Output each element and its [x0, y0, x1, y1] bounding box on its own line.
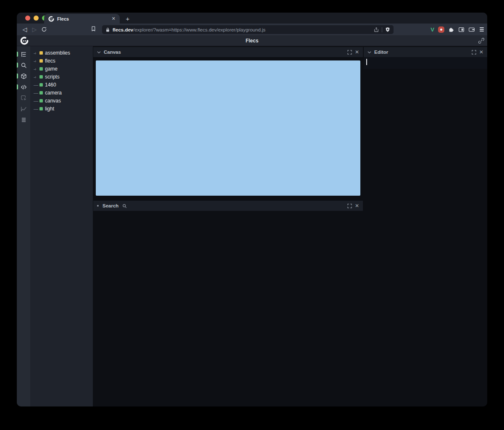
- red-extension-icon[interactable]: [438, 26, 444, 33]
- sidebar-item[interactable]: [17, 114, 30, 125]
- close-panel-icon[interactable]: ✕: [479, 50, 483, 55]
- sidebar-item[interactable]: [17, 92, 30, 103]
- bookmark-icon[interactable]: [90, 26, 98, 33]
- extensions-puzzle-icon[interactable]: [448, 26, 454, 33]
- tree-item-flecs[interactable]: -› flecs: [30, 57, 93, 65]
- browser-menu-icon[interactable]: [479, 27, 485, 31]
- tree-guide: —: [34, 98, 39, 103]
- wallet-icon[interactable]: [468, 26, 475, 33]
- canvas-panel-header: Canvas ✕: [93, 47, 363, 57]
- active-indicator: [17, 52, 18, 57]
- tree-item-game[interactable]: -› game: [30, 65, 93, 73]
- app-header: Flecs: [17, 35, 487, 46]
- brave-shield-icon[interactable]: [385, 27, 390, 32]
- editor-panel: Editor ✕: [364, 47, 487, 69]
- tree-expander-icon[interactable]: -›: [34, 66, 39, 71]
- browser-tab-bar: Flecs ✕ +: [17, 13, 487, 24]
- active-indicator: [17, 63, 18, 68]
- desktop: Flecs ✕ + ◁ ▷ flec: [0, 0, 504, 430]
- sidebar-item[interactable]: [17, 81, 30, 92]
- tree-item-label[interactable]: flecs: [45, 58, 55, 64]
- entity-kind-swatch: [39, 59, 43, 63]
- close-window-button[interactable]: [25, 16, 30, 21]
- browser-window: Flecs ✕ + ◁ ▷ flec: [17, 13, 487, 406]
- editor-panel-header: Editor ✕: [364, 47, 487, 57]
- tree-expander-icon[interactable]: -›: [34, 74, 39, 79]
- url-text[interactable]: flecs.dev/explorer/?wasm=https://www.fle…: [113, 27, 371, 32]
- tree-guide: —: [34, 90, 39, 95]
- tree-item-label[interactable]: assemblies: [45, 50, 70, 56]
- inspect-cursor-icon: [21, 95, 27, 101]
- active-indicator: [17, 84, 18, 89]
- tree-expander-icon[interactable]: -›: [34, 50, 39, 55]
- fullscreen-icon[interactable]: [472, 50, 476, 55]
- tool-sidebar: [17, 46, 30, 406]
- address-bar[interactable]: flecs.dev/explorer/?wasm=https://www.fle…: [102, 25, 394, 34]
- page-title: Flecs: [17, 35, 487, 46]
- reload-button[interactable]: [39, 24, 49, 35]
- list-tree-icon: [21, 51, 27, 58]
- canvas-viewport[interactable]: [96, 60, 360, 196]
- vue-devtools-icon[interactable]: V: [430, 26, 434, 33]
- tree-item-light[interactable]: — light: [30, 105, 93, 113]
- entity-kind-swatch: [39, 67, 43, 71]
- sidebar-toggle-icon[interactable]: [458, 26, 465, 33]
- close-panel-icon[interactable]: ✕: [355, 50, 359, 55]
- canvas-panel: Canvas ✕: [93, 47, 363, 198]
- entity-kind-swatch: [39, 51, 43, 55]
- sidebar-item[interactable]: [17, 103, 30, 114]
- tree-item-assemblies[interactable]: -› assemblies: [30, 49, 93, 57]
- panel-title: Search: [102, 203, 118, 208]
- entity-kind-swatch: [39, 107, 43, 110]
- browser-toolbar: ◁ ▷ flecs.dev/explorer/?wasm=https://www…: [17, 24, 487, 35]
- collapsed-indicator-icon[interactable]: [97, 205, 99, 207]
- editor-text-area[interactable]: [364, 57, 487, 69]
- new-tab-button[interactable]: +: [123, 14, 133, 24]
- sidebar-item[interactable]: [17, 71, 30, 81]
- entity-kind-swatch: [39, 75, 43, 79]
- fullscreen-icon[interactable]: [347, 204, 352, 208]
- rows-stack-icon: [21, 117, 27, 123]
- tree-item-canvas[interactable]: — canvas: [30, 97, 93, 105]
- code-icon: [21, 84, 27, 90]
- chevron-down-icon[interactable]: [97, 50, 101, 54]
- sidebar-item[interactable]: [17, 49, 30, 60]
- tree-item-scripts[interactable]: -› scripts: [30, 73, 93, 81]
- tree-guide: —: [34, 82, 39, 87]
- tree-item-label[interactable]: 1460: [45, 82, 56, 88]
- back-button[interactable]: ◁: [20, 24, 30, 35]
- extension-cluster: V: [430, 24, 485, 35]
- sidebar-item[interactable]: [17, 60, 30, 71]
- tree-expander-icon[interactable]: -›: [34, 58, 39, 63]
- forward-button: ▷: [29, 24, 39, 35]
- search-panel-header: Search ✕: [93, 201, 363, 211]
- browser-tab[interactable]: Flecs ✕: [44, 14, 120, 24]
- text-caret: [366, 59, 367, 65]
- flecs-favicon-icon: [48, 16, 54, 22]
- entity-kind-swatch: [39, 83, 43, 87]
- tree-item-label[interactable]: canvas: [45, 98, 61, 104]
- tab-close-icon[interactable]: ✕: [112, 16, 116, 21]
- fullscreen-icon[interactable]: [347, 50, 352, 55]
- close-panel-icon[interactable]: ✕: [355, 203, 359, 208]
- line-chart-icon: [21, 106, 27, 112]
- tree-item-label[interactable]: light: [45, 106, 54, 112]
- tree-item-camera[interactable]: — camera: [30, 89, 93, 97]
- tree-item-label[interactable]: camera: [45, 90, 62, 96]
- tree-item-label[interactable]: game: [45, 66, 58, 72]
- url-domain: flecs.dev: [113, 27, 133, 32]
- reload-icon: [41, 26, 47, 32]
- minimize-window-button[interactable]: [34, 16, 39, 21]
- url-path: /explorer/?wasm=https://www.flecs.dev/ex…: [133, 27, 265, 32]
- active-indicator: [17, 73, 18, 79]
- chevron-down-icon[interactable]: [368, 50, 371, 54]
- panel-title: Canvas: [104, 50, 121, 55]
- search-icon: [21, 62, 27, 68]
- lock-icon: [105, 27, 110, 32]
- share-link-icon[interactable]: [478, 37, 485, 44]
- address-bar-actions: [374, 27, 390, 32]
- share-icon[interactable]: [374, 27, 379, 32]
- cube-icon: [21, 73, 27, 79]
- tree-item-label[interactable]: scripts: [45, 74, 60, 80]
- tree-item-1460[interactable]: — 1460: [30, 81, 93, 89]
